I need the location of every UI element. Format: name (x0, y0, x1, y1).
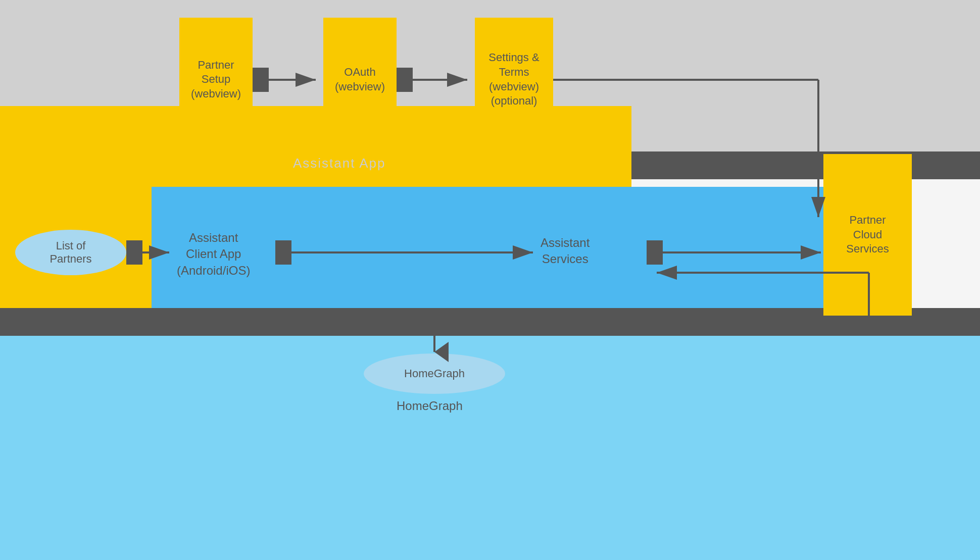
list-of-partners-label: List ofPartners (50, 239, 91, 266)
partner-setup-label: PartnerSetup(webview) (191, 58, 241, 101)
partner-cloud-box: PartnerCloudServices (823, 154, 912, 316)
partner-setup-box: PartnerSetup(webview) (179, 18, 253, 141)
assistant-client-app-label: AssistantClient App(Android/iOS) (177, 230, 250, 279)
assistant-app-bg-label: Assistant App (293, 156, 386, 171)
oauth-box: OAuth(webview) (323, 18, 397, 141)
homegraph-text-label: HomeGraph (397, 399, 463, 413)
assistant-services-label: AssistantServices (541, 235, 590, 268)
settings-box: Settings &Terms(webview)(optional) (475, 18, 553, 141)
settings-label: Settings &Terms(webview)(optional) (488, 50, 539, 108)
background-blue-main (152, 187, 828, 321)
background-blue-bottom (0, 323, 980, 560)
partner-cloud-label: PartnerCloudServices (846, 213, 889, 257)
oauth-label: OAuth(webview) (335, 65, 385, 94)
homegraph-label: HomeGraph (404, 367, 465, 380)
list-of-partners-ellipse: List ofPartners (15, 230, 126, 275)
homegraph-ellipse: HomeGraph (364, 353, 505, 394)
